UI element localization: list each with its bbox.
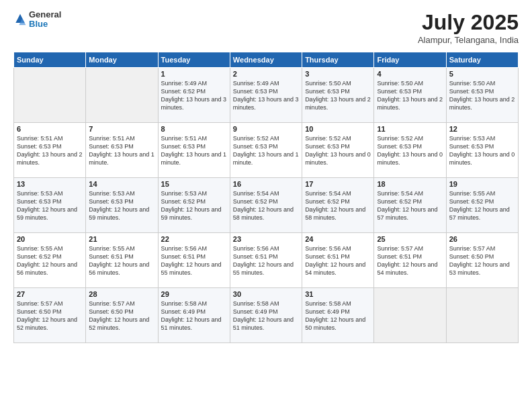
day-number: 23	[233, 235, 299, 243]
logo-text: General Blue	[29, 10, 61, 30]
cell-details: Sunrise: 5:51 AMSunset: 6:53 PMDaylight:…	[17, 134, 83, 167]
day-number: 5	[449, 70, 515, 78]
calendar-week-row: 13Sunrise: 5:53 AMSunset: 6:53 PMDayligh…	[14, 178, 519, 233]
day-number: 1	[161, 70, 227, 78]
cell-details: Sunrise: 5:56 AMSunset: 6:51 PMDaylight:…	[161, 244, 227, 277]
day-number: 4	[377, 70, 443, 78]
cell-details: Sunrise: 5:57 AMSunset: 6:51 PMDaylight:…	[377, 244, 443, 277]
day-number: 27	[17, 290, 83, 298]
table-cell: 25Sunrise: 5:57 AMSunset: 6:51 PMDayligh…	[374, 233, 446, 288]
day-number: 10	[305, 125, 371, 133]
cell-details: Sunrise: 5:53 AMSunset: 6:52 PMDaylight:…	[161, 189, 227, 222]
table-cell: 20Sunrise: 5:55 AMSunset: 6:52 PMDayligh…	[14, 233, 86, 288]
day-number: 12	[449, 125, 515, 133]
cell-details: Sunrise: 5:53 AMSunset: 6:53 PMDaylight:…	[17, 189, 83, 222]
cell-details: Sunrise: 5:53 AMSunset: 6:53 PMDaylight:…	[89, 189, 154, 222]
col-thursday: Thursday	[302, 52, 374, 68]
table-cell: 3Sunrise: 5:50 AMSunset: 6:53 PMDaylight…	[302, 68, 374, 123]
day-number: 22	[161, 235, 227, 243]
cell-details: Sunrise: 5:55 AMSunset: 6:52 PMDaylight:…	[17, 244, 83, 277]
table-cell: 23Sunrise: 5:56 AMSunset: 6:51 PMDayligh…	[230, 233, 302, 288]
day-number: 7	[89, 125, 154, 133]
day-number: 24	[305, 235, 371, 243]
calendar-week-row: 1Sunrise: 5:49 AMSunset: 6:52 PMDaylight…	[14, 68, 519, 123]
day-number: 21	[89, 235, 154, 243]
cell-details: Sunrise: 5:51 AMSunset: 6:53 PMDaylight:…	[89, 134, 154, 167]
table-cell: 10Sunrise: 5:52 AMSunset: 6:53 PMDayligh…	[302, 123, 374, 178]
table-cell: 19Sunrise: 5:55 AMSunset: 6:52 PMDayligh…	[446, 178, 518, 233]
col-saturday: Saturday	[446, 52, 518, 68]
table-cell: 14Sunrise: 5:53 AMSunset: 6:53 PMDayligh…	[86, 178, 158, 233]
table-cell: 18Sunrise: 5:54 AMSunset: 6:52 PMDayligh…	[374, 178, 446, 233]
calendar-week-row: 20Sunrise: 5:55 AMSunset: 6:52 PMDayligh…	[14, 233, 519, 288]
cell-details: Sunrise: 5:56 AMSunset: 6:51 PMDaylight:…	[233, 244, 299, 277]
day-number: 17	[305, 180, 371, 188]
cell-details: Sunrise: 5:54 AMSunset: 6:52 PMDaylight:…	[233, 189, 299, 222]
day-number: 28	[89, 290, 154, 298]
day-number: 20	[17, 235, 83, 243]
cell-details: Sunrise: 5:49 AMSunset: 6:53 PMDaylight:…	[233, 79, 299, 112]
weekday-header-row: Sunday Monday Tuesday Wednesday Thursday…	[14, 52, 519, 68]
cell-details: Sunrise: 5:50 AMSunset: 6:53 PMDaylight:…	[305, 79, 371, 112]
calendar-page: General Blue July 2025 Alampur, Telangan…	[0, 0, 532, 411]
calendar-header: Sunday Monday Tuesday Wednesday Thursday…	[14, 52, 519, 68]
table-cell: 29Sunrise: 5:58 AMSunset: 6:49 PMDayligh…	[158, 288, 230, 343]
cell-details: Sunrise: 5:49 AMSunset: 6:52 PMDaylight:…	[161, 79, 227, 112]
day-number: 25	[377, 235, 443, 243]
cell-details: Sunrise: 5:57 AMSunset: 6:50 PMDaylight:…	[17, 300, 83, 332]
cell-details: Sunrise: 5:50 AMSunset: 6:53 PMDaylight:…	[377, 79, 443, 112]
calendar-subtitle: Alampur, Telangana, India	[418, 35, 519, 45]
cell-details: Sunrise: 5:51 AMSunset: 6:53 PMDaylight:…	[161, 134, 227, 167]
day-number: 6	[17, 125, 83, 133]
table-cell: 16Sunrise: 5:54 AMSunset: 6:52 PMDayligh…	[230, 178, 302, 233]
header: General Blue July 2025 Alampur, Telangan…	[13, 10, 519, 45]
day-number: 18	[377, 180, 443, 188]
day-number: 16	[233, 180, 299, 188]
cell-details: Sunrise: 5:53 AMSunset: 6:53 PMDaylight:…	[449, 134, 515, 167]
day-number: 8	[161, 125, 227, 133]
day-number: 14	[89, 180, 154, 188]
col-friday: Friday	[374, 52, 446, 68]
table-cell: 8Sunrise: 5:51 AMSunset: 6:53 PMDaylight…	[158, 123, 230, 178]
cell-details: Sunrise: 5:57 AMSunset: 6:50 PMDaylight:…	[89, 300, 154, 332]
table-cell	[374, 288, 446, 343]
logo-line2: Blue	[29, 19, 61, 29]
cell-details: Sunrise: 5:52 AMSunset: 6:53 PMDaylight:…	[233, 134, 299, 167]
table-cell: 9Sunrise: 5:52 AMSunset: 6:53 PMDaylight…	[230, 123, 302, 178]
col-monday: Monday	[86, 52, 158, 68]
day-number: 2	[233, 70, 299, 78]
table-cell	[446, 288, 518, 343]
table-cell: 12Sunrise: 5:53 AMSunset: 6:53 PMDayligh…	[446, 123, 518, 178]
table-cell: 13Sunrise: 5:53 AMSunset: 6:53 PMDayligh…	[14, 178, 86, 233]
col-sunday: Sunday	[14, 52, 86, 68]
day-number: 29	[161, 290, 227, 298]
cell-details: Sunrise: 5:58 AMSunset: 6:49 PMDaylight:…	[233, 300, 299, 332]
table-cell: 27Sunrise: 5:57 AMSunset: 6:50 PMDayligh…	[14, 288, 86, 343]
col-wednesday: Wednesday	[230, 52, 302, 68]
day-number: 3	[305, 70, 371, 78]
cell-details: Sunrise: 5:50 AMSunset: 6:53 PMDaylight:…	[449, 79, 515, 112]
table-cell: 11Sunrise: 5:52 AMSunset: 6:53 PMDayligh…	[374, 123, 446, 178]
calendar-week-row: 6Sunrise: 5:51 AMSunset: 6:53 PMDaylight…	[14, 123, 519, 178]
cell-details: Sunrise: 5:55 AMSunset: 6:52 PMDaylight:…	[449, 189, 515, 222]
table-cell: 7Sunrise: 5:51 AMSunset: 6:53 PMDaylight…	[86, 123, 158, 178]
table-cell: 26Sunrise: 5:57 AMSunset: 6:50 PMDayligh…	[446, 233, 518, 288]
table-cell: 21Sunrise: 5:55 AMSunset: 6:51 PMDayligh…	[86, 233, 158, 288]
table-cell: 24Sunrise: 5:56 AMSunset: 6:51 PMDayligh…	[302, 233, 374, 288]
cell-details: Sunrise: 5:52 AMSunset: 6:53 PMDaylight:…	[305, 134, 371, 167]
cell-details: Sunrise: 5:52 AMSunset: 6:53 PMDaylight:…	[377, 134, 443, 167]
table-cell: 1Sunrise: 5:49 AMSunset: 6:52 PMDaylight…	[158, 68, 230, 123]
table-cell: 5Sunrise: 5:50 AMSunset: 6:53 PMDaylight…	[446, 68, 518, 123]
logo-icon	[13, 13, 27, 26]
table-cell	[86, 68, 158, 123]
table-cell: 31Sunrise: 5:58 AMSunset: 6:49 PMDayligh…	[302, 288, 374, 343]
day-number: 31	[305, 290, 371, 298]
cell-details: Sunrise: 5:58 AMSunset: 6:49 PMDaylight:…	[305, 300, 371, 332]
calendar-week-row: 27Sunrise: 5:57 AMSunset: 6:50 PMDayligh…	[14, 288, 519, 343]
logo-line1: General	[29, 10, 61, 19]
calendar-title: July 2025	[418, 10, 519, 35]
calendar-body: 1Sunrise: 5:49 AMSunset: 6:52 PMDaylight…	[14, 68, 519, 343]
cell-details: Sunrise: 5:55 AMSunset: 6:51 PMDaylight:…	[89, 244, 154, 277]
day-number: 19	[449, 180, 515, 188]
cell-details: Sunrise: 5:54 AMSunset: 6:52 PMDaylight:…	[305, 189, 371, 222]
